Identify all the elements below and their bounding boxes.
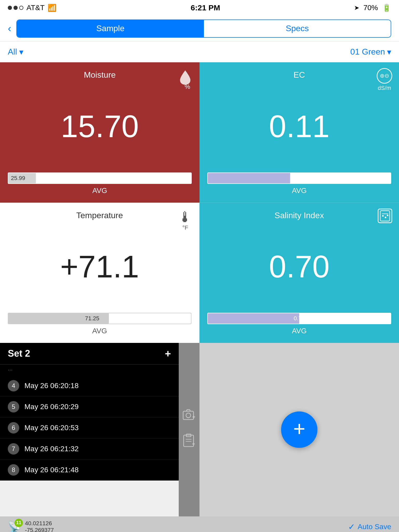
list-item[interactable]: 6 May 26 06:20:53 [0, 417, 179, 438]
location-icon: ➤ [354, 4, 359, 11]
temperature-avg-bar: 71.25 [8, 313, 191, 324]
salinity-avg-label: AVG [207, 327, 391, 335]
list-item[interactable]: 7 May 26 06:21:32 [0, 438, 179, 460]
svg-rect-0 [380, 211, 390, 221]
filter-all-button[interactable]: All ▾ [8, 47, 23, 57]
tile-ec: EC ⊕⊖ dS/m 0.11 0.18 AVG [200, 62, 399, 203]
temperature-icon-group: 🌡 °F [178, 209, 192, 231]
svg-point-3 [385, 217, 386, 218]
salinity-icon-wrapper [378, 209, 392, 223]
set-list: Set 2 + ··· 4 May 26 06:20:18 5 May 26 0… [0, 343, 200, 481]
ec-plus-minus: ⊕⊖ [380, 72, 389, 79]
item-number: 4 [8, 380, 19, 391]
temperature-avg-section: 71.25 AVG [8, 313, 191, 335]
main-grid: Moisture % 15.70 25.99 AVG EC ⊕⊖ dS/m [0, 62, 399, 343]
salinity-avg-section: 0.70 AVG [207, 313, 391, 335]
camera-add-icon[interactable] [183, 409, 196, 423]
ec-value: 0.11 [207, 80, 391, 172]
chevron-down-icon: ▾ [19, 47, 23, 57]
add-measurement-button[interactable]: + [281, 411, 317, 448]
item-timestamp: May 26 06:20:53 [24, 424, 79, 432]
ec-avg-section: 0.18 AVG [207, 172, 391, 195]
gps-coordinates: 40.021126 -75.269377 [25, 520, 54, 532]
temperature-avg-label: AVG [8, 327, 191, 335]
temperature-unit: °F [182, 224, 188, 231]
status-left: AT&T 📶 [8, 4, 57, 12]
salinity-value: 0.70 [207, 220, 391, 313]
signal-dots [8, 6, 23, 10]
clipboard-add-icon[interactable] [183, 434, 196, 450]
back-button[interactable]: ‹ [8, 23, 11, 34]
salinity-title: Salinity Index [207, 211, 391, 220]
battery-label: 70% [363, 4, 378, 12]
list-item[interactable]: 8 May 26 06:21:48 [0, 460, 179, 481]
svg-rect-5 [183, 411, 194, 420]
ec-circle-icon: ⊕⊖ [377, 68, 392, 84]
nav-bar: ‹ Sample Specs [0, 16, 399, 42]
ec-inner: ⊕⊖ [380, 72, 389, 79]
set-title: Set 2 [8, 348, 30, 359]
moisture-unit: % [185, 83, 190, 90]
bottom-status-bar: 📡 11 40.021126 -75.269377 ✓ Auto Save [0, 516, 399, 532]
ec-avg-label: AVG [207, 187, 391, 195]
list-item[interactable]: 4 May 26 06:20:18 [0, 375, 179, 396]
dot-2 [14, 6, 18, 10]
item-number: 6 [8, 422, 19, 434]
truncated-items: ··· [0, 364, 179, 375]
set-list-wrapper: Set 2 + ··· 4 May 26 06:20:18 5 May 26 0… [0, 343, 200, 516]
tab-specs[interactable]: Specs [204, 20, 391, 37]
ec-unit: dS/m [378, 85, 391, 91]
auto-save-section: ✓ Auto Save [348, 522, 391, 532]
side-icons [179, 343, 200, 516]
dot-3 [19, 6, 23, 10]
salinity-avg-bar: 0.70 [207, 313, 391, 324]
battery-icon: 🔋 [382, 4, 391, 12]
auto-save-label: Auto Save [358, 523, 391, 531]
gps-lng: -75.269377 [25, 527, 54, 532]
item-timestamp: May 26 06:20:18 [24, 382, 79, 390]
gps-lat: 40.021126 [25, 520, 54, 527]
item-timestamp: May 26 06:21:32 [24, 445, 79, 453]
svg-point-6 [186, 413, 191, 418]
item-timestamp: May 26 06:21:48 [24, 466, 79, 474]
item-number: 8 [8, 464, 19, 476]
gps-icon-wrapper: 📡 11 [8, 521, 21, 532]
item-number: 5 [8, 401, 19, 413]
svg-point-2 [382, 215, 384, 217]
ec-avg-value: 0.18 [294, 175, 305, 182]
status-bar: AT&T 📶 6:21 PM ➤ 70% 🔋 [0, 0, 399, 16]
filter-group-button[interactable]: 01 Green ▾ [350, 47, 391, 57]
set-add-button[interactable]: + [165, 348, 171, 359]
ec-title: EC [207, 70, 391, 80]
right-panel: + [200, 343, 399, 516]
moisture-value: 15.70 [8, 80, 192, 172]
svg-point-4 [387, 215, 388, 216]
filter-group-label: 01 Green [350, 47, 385, 57]
plus-icon: + [293, 418, 305, 439]
temperature-value: +71.1 [8, 220, 191, 313]
gps-count-badge: 11 [15, 519, 23, 527]
moisture-avg-bar: 25.99 [8, 172, 192, 184]
dot-1 [8, 6, 12, 10]
tab-sample[interactable]: Sample [17, 20, 204, 37]
moisture-title: Moisture [8, 70, 192, 80]
ec-icon-group: ⊕⊖ dS/m [377, 68, 392, 91]
status-time: 6:21 PM [191, 3, 220, 12]
salinity-beaker-icon [378, 209, 392, 223]
set-items: ··· 4 May 26 06:20:18 5 May 26 06:20:29 … [0, 364, 179, 481]
moisture-avg-section: 25.99 AVG [8, 172, 192, 195]
item-timestamp: May 26 06:20:29 [24, 403, 79, 411]
filter-all-label: All [8, 47, 17, 57]
thermometer-icon: 🌡 [178, 209, 192, 225]
moisture-avg-value: 25.99 [11, 175, 25, 182]
carrier-label: AT&T [26, 4, 44, 12]
set-header: Set 2 + [0, 343, 179, 364]
temperature-avg-value: 71.25 [85, 315, 99, 322]
tile-temperature: Temperature 🌡 °F +71.1 71.25 AVG [0, 203, 200, 343]
list-item[interactable]: 5 May 26 06:20:29 [0, 396, 179, 417]
wifi-icon: 📶 [48, 4, 57, 12]
tile-moisture: Moisture % 15.70 25.99 AVG [0, 62, 200, 203]
gps-section: 📡 11 40.021126 -75.269377 [8, 520, 54, 532]
bottom-section: Set 2 + ··· 4 May 26 06:20:18 5 May 26 0… [0, 343, 399, 516]
status-right: ➤ 70% 🔋 [354, 4, 391, 12]
